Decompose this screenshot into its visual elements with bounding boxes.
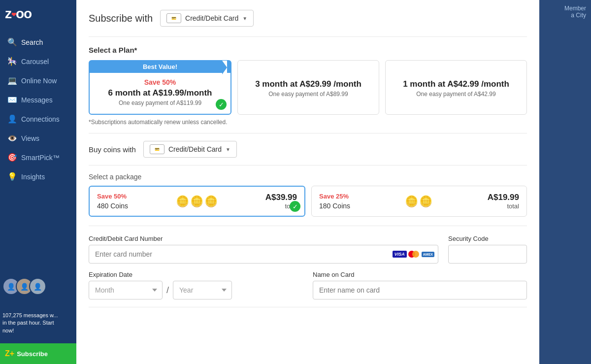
coin-icon: 🪙 <box>190 195 203 208</box>
sidebar-item-label: Online Now <box>21 77 57 85</box>
plan-payment: One easy payment of A$42.99 <box>416 91 495 98</box>
selected-check-icon: ✓ <box>216 99 227 110</box>
plan-payment: One easy payment of A$119.99 <box>119 99 201 106</box>
pkg-coins: 480 Coins <box>97 202 128 210</box>
form-row-card: Credit/Debit Card Number VISA AMEX <box>89 235 527 264</box>
card-input-wrapper: VISA AMEX <box>89 245 438 264</box>
coin-icons: 🪙 🪙 🪙 <box>176 195 218 208</box>
sidebar-nav: 🔍 Search 🎠 Carousel 💻 Online Now ✉️ Mess… <box>0 28 76 186</box>
messages-count: 107,275 messages w... in the past hour. … <box>2 312 74 334</box>
online-icon: 💻 <box>7 76 17 85</box>
buy-coins-header: Buy coins with 💳 Credit/Debit Card ▼ <box>89 133 527 165</box>
card-icon: 💳 <box>166 13 181 23</box>
mc-right <box>412 251 419 258</box>
amex-logo: AMEX <box>422 252 434 257</box>
select-plan-title: Select a Plan* <box>89 46 527 54</box>
logo: z❤oo <box>5 6 32 22</box>
avatar: 👤 <box>29 278 46 295</box>
sidebar-item-label: Messages <box>21 96 53 104</box>
pkg-right: A$19.99 total <box>488 193 519 210</box>
pkg-save: Save 50% <box>97 193 128 200</box>
connections-icon: 👤 <box>7 114 17 124</box>
insights-icon: 💡 <box>7 172 17 181</box>
sidebar-item-smartpick[interactable]: 🎯 SmartPick™ <box>0 148 76 167</box>
sidebar: z❤oo 🔍 Search 🎠 Carousel 💻 Online Now ✉️… <box>0 0 76 364</box>
package-card-180[interactable]: Save 25% 180 Coins 🪙 🪙 A$19.99 total <box>311 186 527 217</box>
expiry-label: Expiration Date <box>89 271 303 278</box>
messages-icon: ✉️ <box>7 95 17 104</box>
sidebar-item-label: Views <box>21 134 39 142</box>
card-icon-coins: 💳 <box>150 144 164 154</box>
expiry-row: Month JanuaryFebruaryMarch AprilMayJune … <box>89 281 303 299</box>
bottom-buttons: Subscribe Now <box>89 307 527 335</box>
form-row-expiry-name: Expiration Date Month JanuaryFebruaryMar… <box>89 271 527 299</box>
name-on-card-input[interactable] <box>313 281 527 299</box>
sidebar-item-messages[interactable]: ✉️ Messages <box>0 90 76 109</box>
sidebar-item-connections[interactable]: 👤 Connections <box>0 109 76 129</box>
plan-price: 3 month at A$29.99 /month <box>255 79 361 89</box>
z-plus-icon: Z+ <box>5 349 14 358</box>
auto-renew-note: *Subscriptions automatically renew unles… <box>89 119 527 126</box>
name-on-card-group: Name on Card <box>313 271 527 299</box>
card-number-label: Credit/Debit Card Number <box>89 235 438 242</box>
best-value-banner: Best Value! <box>89 61 231 73</box>
plan-price: 1 month at A$42.99 /month <box>403 79 509 89</box>
views-icon: 👁️ <box>7 133 17 143</box>
plan-cards: Best Value! Save 50% 6 month at A$19.99/… <box>89 60 527 115</box>
member-label: Member a City <box>564 5 586 19</box>
payment-method-select[interactable]: 💳 Credit/Debit Card ▼ <box>160 10 254 27</box>
logo-area: z❤oo <box>0 0 76 28</box>
right-panel: Member a City <box>537 0 591 364</box>
selected-check-icon: ✓ <box>290 201 300 212</box>
sidebar-item-carousel[interactable]: 🎠 Carousel <box>0 52 76 71</box>
sidebar-item-online-now[interactable]: 💻 Online Now <box>0 71 76 90</box>
card-number-input[interactable] <box>89 245 438 264</box>
security-code-label: Security Code <box>448 235 527 242</box>
plan-card-6month[interactable]: Best Value! Save 50% 6 month at A$19.99/… <box>89 60 231 115</box>
name-on-card-label: Name on Card <box>313 271 527 278</box>
plan-price: 6 month at A$19.99/month <box>108 88 212 98</box>
pkg-price: A$19.99 <box>488 193 519 202</box>
subscribe-header: Subscribe with 💳 Credit/Debit Card ▼ <box>89 10 527 37</box>
coin-icon: 🪙 <box>419 195 432 208</box>
payment-method-label: Credit/Debit Card <box>185 14 238 22</box>
package-left: Save 50% 480 Coins <box>97 193 128 210</box>
search-icon: 🔍 <box>7 37 17 47</box>
pkg-total: total <box>488 202 519 210</box>
security-code-group: Security Code <box>448 235 527 264</box>
plan-section: Select a Plan* Best Value! Save 50% 6 mo… <box>89 46 527 126</box>
sidebar-item-insights[interactable]: 💡 Insights <box>0 167 76 186</box>
sidebar-item-label: Insights <box>21 173 45 181</box>
pkg-price: A$39.99 <box>265 193 297 202</box>
plan-card-3month[interactable]: 3 month at A$29.99 /month One easy payme… <box>237 60 379 115</box>
card-number-group: Credit/Debit Card Number VISA AMEX <box>89 235 438 264</box>
plan-save-text: Save 50% <box>144 78 176 86</box>
select-package-title: Select a package <box>89 173 527 181</box>
card-logos: VISA AMEX <box>393 250 434 258</box>
chevron-down-icon: ▼ <box>242 16 247 21</box>
pkg-coins: 180 Coins <box>319 202 350 210</box>
modal: Subscribe with 💳 Credit/Debit Card ▼ Sel… <box>76 0 539 364</box>
buy-coins-title: Buy coins with <box>89 145 136 154</box>
slash-divider: / <box>166 285 169 296</box>
sidebar-item-label: Carousel <box>21 58 49 66</box>
mastercard-logo <box>408 250 420 258</box>
sidebar-item-label: SmartPick™ <box>21 154 60 162</box>
subscribe-sidebar-button[interactable]: Z+ Subscribe <box>0 343 76 364</box>
plan-card-1month[interactable]: 1 month at A$42.99 /month One easy payme… <box>385 60 527 115</box>
sidebar-item-search[interactable]: 🔍 Search <box>0 33 76 52</box>
buy-coins-payment-select[interactable]: 💳 Credit/Debit Card ▼ <box>143 141 237 158</box>
coin-icon: 🪙 <box>405 195 418 208</box>
subscribe-with-title: Subscribe with <box>89 13 153 24</box>
buy-coins-payment-label: Credit/Debit Card <box>168 145 222 153</box>
package-card-480[interactable]: Save 50% 480 Coins 🪙 🪙 🪙 A$39.99 total ✓ <box>89 186 305 217</box>
visa-logo: VISA <box>393 251 407 258</box>
package-section: Select a package Save 50% 480 Coins 🪙 🪙 … <box>89 165 527 335</box>
smartpick-icon: 🎯 <box>7 153 17 162</box>
year-select[interactable]: Year 202420252026 202720282029 2030 <box>173 281 232 299</box>
month-select[interactable]: Month JanuaryFebruaryMarch AprilMayJune … <box>89 281 163 299</box>
coin-icon: 🪙 <box>176 195 189 208</box>
security-code-input[interactable] <box>448 245 527 264</box>
sidebar-item-views[interactable]: 👁️ Views <box>0 129 76 148</box>
expiry-group: Expiration Date Month JanuaryFebruaryMar… <box>89 271 303 299</box>
